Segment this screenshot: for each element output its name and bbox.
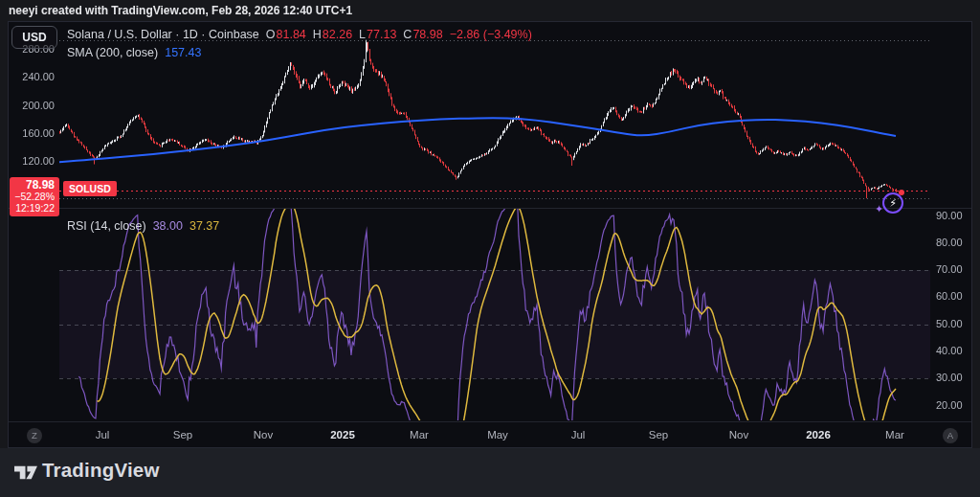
time-tick-label: Sep bbox=[649, 427, 668, 442]
lightning-circle-icon: ⚡ bbox=[882, 192, 903, 214]
price-tick-label: 200.00 bbox=[22, 100, 55, 111]
footer-bar: TradingView bbox=[0, 448, 980, 497]
change-percent: −52.28% bbox=[11, 192, 55, 203]
price-tick-label: 160.00 bbox=[22, 127, 55, 139]
time-tick-label: Jul bbox=[96, 427, 110, 442]
ohlc-close: C78.98 bbox=[403, 28, 442, 41]
time-tick-label: Sep bbox=[173, 427, 192, 442]
time-tick-label: 2025 bbox=[330, 427, 355, 442]
time-tick-label: Jul bbox=[571, 427, 586, 442]
sma-legend-row[interactable]: SMA (200, close) 157.43 bbox=[67, 45, 201, 60]
rsi-label[interactable]: RSI (14, close) bbox=[67, 219, 146, 233]
rsi-tick-label: 50.00 bbox=[936, 318, 963, 329]
time-tick-label: May bbox=[487, 427, 508, 442]
rsi-ma-value: 37.37 bbox=[189, 219, 219, 233]
notification-dot bbox=[899, 190, 904, 195]
flash-ai-icon[interactable]: ✦ ⚡ bbox=[875, 187, 909, 221]
rsi-tick-label: 90.00 bbox=[936, 210, 963, 221]
currency-button[interactable]: USD bbox=[11, 26, 57, 49]
tradingview-chart-snapshot: neeyi created with TradingView.com, Feb … bbox=[0, 0, 980, 497]
sma-value: 157.43 bbox=[165, 46, 201, 59]
rsi-tick-label: 60.00 bbox=[936, 290, 963, 302]
rsi-legend-row[interactable]: RSI (14, close) 38.00 37.37 bbox=[67, 218, 219, 234]
time-tick-label: Nov bbox=[254, 427, 273, 442]
time-axis-separator bbox=[9, 421, 971, 422]
rsi-tick-label: 80.00 bbox=[936, 237, 963, 248]
price-tick-label: 120.00 bbox=[22, 155, 55, 167]
last-price-label: 78.98 −52.28% 12:19:22 bbox=[10, 177, 59, 216]
auto-scale-badge[interactable]: A bbox=[943, 428, 958, 443]
time-tick-label: Mar bbox=[885, 427, 904, 442]
attribution-text: neeyi created with TradingView.com, Feb … bbox=[9, 4, 352, 17]
ticker-tag: SOLUSD bbox=[63, 181, 117, 196]
brand-text[interactable]: TradingView bbox=[42, 459, 160, 482]
chart-area bbox=[8, 21, 972, 448]
pane-separator[interactable] bbox=[9, 208, 971, 209]
time-tick-label: 2026 bbox=[806, 427, 831, 442]
symbol-title[interactable]: Solana / U.S. Dollar · 1D · Coinbase bbox=[67, 28, 259, 41]
time-axis[interactable]: JulSepNov2025MarMayJulSepNov2026Mar bbox=[0, 427, 980, 446]
time-tick-label: Nov bbox=[729, 427, 748, 442]
timezone-badge[interactable]: Z bbox=[27, 428, 42, 443]
price-tick-label: 240.00 bbox=[22, 71, 55, 82]
rsi-value: 38.00 bbox=[153, 219, 183, 233]
attribution-bar: neeyi created with TradingView.com, Feb … bbox=[0, 0, 980, 21]
rsi-tick-label: 70.00 bbox=[936, 263, 963, 275]
ohlc-low: L77.13 bbox=[359, 28, 396, 41]
rsi-tick-label: 30.00 bbox=[936, 372, 963, 383]
rsi-axis[interactable]: 90.0080.0070.0060.0050.0040.0030.0020.00 bbox=[936, 0, 974, 421]
ohlc-high: H82.26 bbox=[313, 28, 352, 41]
symbol-legend-row[interactable]: Solana / U.S. Dollar · 1D · Coinbase O81… bbox=[67, 27, 532, 42]
rsi-tick-label: 20.00 bbox=[936, 399, 963, 411]
tradingview-logo-icon[interactable] bbox=[12, 462, 38, 484]
sma-label[interactable]: SMA (200, close) bbox=[67, 46, 158, 59]
rsi-tick-label: 40.00 bbox=[936, 345, 963, 356]
change-value: −2.86 (−3.49%) bbox=[450, 28, 532, 41]
bar-countdown: 12:19:22 bbox=[11, 203, 55, 215]
ohlc-open: O81.84 bbox=[266, 28, 306, 41]
time-tick-label: Mar bbox=[410, 427, 429, 442]
